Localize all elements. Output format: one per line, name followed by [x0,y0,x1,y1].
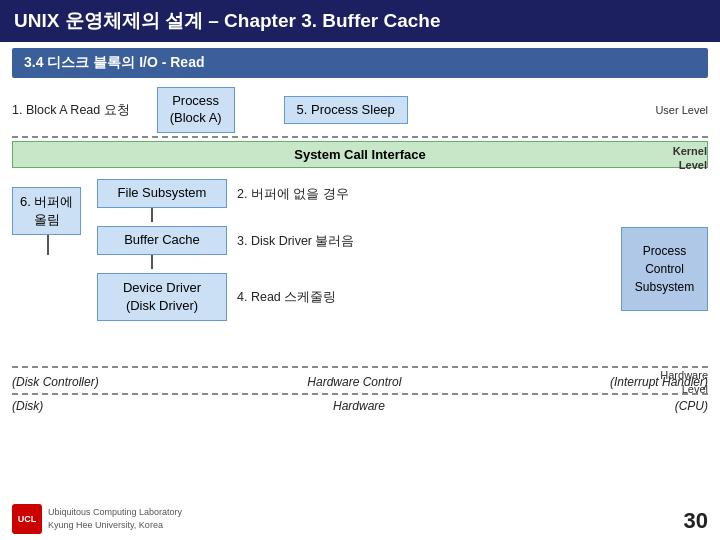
buffer-cache-row: Buffer Cache 3. Disk Driver 불러음 [97,226,613,255]
step4-label: 4. Read 스케줄링 [237,290,336,304]
diagram-content: 1. Block A Read 요청 Process (Block A) 5. … [12,84,708,417]
logo-text: Ubiquitous Computing Laboratory Kyung He… [48,506,182,531]
kernel-section: 6. 버퍼에 올림 File Subsystem 2. 버퍼에 없을 경우 [12,171,708,366]
disk-label: (Disk) [12,399,43,413]
left-panel: 6. 버퍼에 올림 [12,171,97,366]
step3-label: 3. Disk Driver 불러음 [237,234,354,248]
title-text: UNIX 운영체제의 설계 – Chapter 3. Buffer Cache [14,8,441,34]
file-subsystem-col: File Subsystem [97,179,227,208]
logo-line1: Ubiquitous Computing Laboratory [48,507,182,517]
device-driver-row: Device Driver (Disk Driver) 4. Read 스케줄링 [97,273,613,321]
step1-label: 1. Block A Read 요청 [12,102,130,119]
process-block-a-box: Process (Block A) [157,87,235,133]
kernel-hardware-separator [12,366,708,368]
hardware-label: Hardware [333,399,385,413]
page-number: 30 [684,508,708,534]
cpu-label: (CPU) [675,399,708,413]
footer: UCL Ubiquitous Computing Laboratory Kyun… [12,504,708,534]
step2-label: 2. 버퍼에 없을 경우 [237,187,349,201]
device-driver-text: Device Driver (Disk Driver) [123,280,201,313]
section-subtitle: 3.4 디스크 블록의 I/O - Read [12,48,708,78]
process-control-box: Process Control Subsystem [621,227,708,311]
page-wrapper: UNIX 운영체제의 설계 – Chapter 3. Buffer Cache … [0,0,720,540]
device-driver-box: Device Driver (Disk Driver) [97,273,227,321]
hardware-control-label: Hardware Control [307,375,401,389]
subtitle-text: 3.4 디스크 블록의 I/O - Read [24,54,204,72]
center-panel: File Subsystem 2. 버퍼에 없을 경우 Buffer Cache [97,171,613,366]
step4-col: 4. Read 스케줄링 [227,287,613,306]
hardware-controller-row: (Disk Controller) Hardware Control (Inte… [12,371,708,393]
syscall-text: System Call Interface [294,147,426,162]
user-level-label: User Level [655,103,708,117]
file-subsystem-box: File Subsystem [97,179,227,208]
buffer-cache-col: Buffer Cache [97,226,227,255]
kernel-level-label: KernelLevel [673,144,707,173]
buffer-cache-text: Buffer Cache [124,232,200,247]
page-title: UNIX 운영체제의 설계 – Chapter 3. Buffer Cache [0,0,720,42]
process-block-a-text: Process (Block A) [170,93,222,125]
device-driver-col: Device Driver (Disk Driver) [97,273,227,321]
disk-controller-label: (Disk Controller) [12,375,99,389]
buffer-alert-box: 6. 버퍼에 올림 [12,187,81,235]
right-panel: Process Control Subsystem [613,171,708,366]
hardware-section: (Disk Controller) Hardware Control (Inte… [12,371,708,417]
step5-label: 5. Process Sleep [297,102,395,117]
file-subsystem-row: File Subsystem 2. 버퍼에 없을 경우 [97,179,613,208]
buffer-cache-box: Buffer Cache [97,226,227,255]
step3-col: 3. Disk Driver 불러음 [227,231,613,250]
hardware-items-row: (Disk) Hardware (CPU) [12,395,708,417]
user-kernel-separator [12,136,708,138]
process-control-text: Process Control Subsystem [635,244,694,294]
syscall-row: System Call Interface KernelLevel [12,141,708,168]
process-sleep-box: 5. Process Sleep [284,96,408,125]
logo-area: UCL Ubiquitous Computing Laboratory Kyun… [12,504,182,534]
file-subsystem-text: File Subsystem [118,185,207,200]
logo-icon: UCL [12,504,42,534]
user-level-row: 1. Block A Read 요청 Process (Block A) 5. … [12,84,708,136]
step2-col: 2. 버퍼에 없을 경우 [227,184,613,203]
step6-label: 6. 버퍼에 올림 [20,194,73,227]
logo-line2: Kyung Hee University, Korea [48,520,163,530]
hardware-level-label: HardwareLevel [660,368,708,397]
